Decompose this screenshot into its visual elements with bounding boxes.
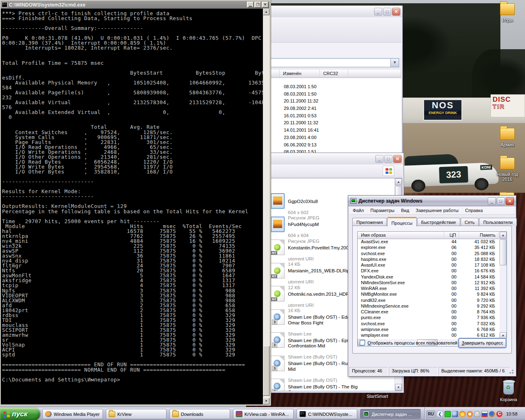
system-tray: RU ❮ 10:58	[425, 407, 525, 420]
process-row[interactable]: rundll32.exe 00 9 720 КБ	[358, 298, 500, 304]
process-row[interactable]: NMIndexStoreSvr.exe 00 12 912 КБ	[358, 280, 500, 286]
show-all-users-label[interactable]: Отображать процессы всех пользователей	[368, 340, 457, 345]
menu-item[interactable]: Вид	[398, 207, 413, 214]
menu-item[interactable]: Завершение работы	[413, 207, 462, 214]
close-button[interactable]: ✕	[262, 2, 269, 8]
task-manager-titlebar[interactable]: Диспетчер задач Windows _ □ ✕	[348, 196, 516, 206]
process-row[interactable]: CCleaner.exe 00 8 764 КБ	[358, 309, 500, 315]
taskbar-window-button[interactable]: Диспетчер задач ...	[360, 409, 421, 419]
tab[interactable]: Приложения	[352, 218, 387, 226]
process-row[interactable]: punto.exe 00 7 936 КБ	[358, 315, 500, 321]
close-button[interactable]: ✕	[506, 197, 514, 205]
process-cpu: 00	[444, 257, 459, 262]
taskbar-window-button[interactable]: KrView	[106, 409, 167, 419]
maximize-button[interactable]: □	[497, 197, 505, 205]
process-memory: 14 584 КБ	[459, 274, 498, 280]
taskbar-window-button[interactable]: Windows Media Player	[42, 409, 103, 419]
maximize-button[interactable]: □	[384, 155, 393, 163]
process-row[interactable]: AvastUI.exe 00 17 108 КБ	[358, 262, 500, 268]
file-name: Shawn Lee (Bully OST) - The Big Game	[288, 384, 358, 391]
tray-icon[interactable]	[474, 411, 480, 417]
scrollbar-thumb[interactable]	[263, 346, 269, 396]
scroll-up-icon[interactable]: ▲	[500, 232, 507, 239]
file-type-icon	[271, 240, 285, 255]
taskbar-window-button[interactable]: C:\WINDOWS\syste...	[297, 409, 357, 419]
process-memory: 11 392 КБ	[459, 286, 498, 292]
scroll-up-icon[interactable]: ▲	[395, 178, 402, 185]
tray-icon[interactable]	[482, 411, 488, 417]
close-button[interactable]: ✕	[393, 155, 402, 163]
desktop-icon-folder-partial[interactable]	[500, 192, 516, 195]
process-memory: 17 108 КБ	[459, 262, 498, 268]
tray-icon[interactable]	[496, 411, 502, 417]
cmd-titlebar[interactable]: C:\WINDOWS\system32\cmd.exe ▁ ❐ ✕	[1, 1, 269, 9]
tray-icon[interactable]	[452, 411, 458, 417]
tab[interactable]: Быстродействие	[417, 218, 460, 226]
tab[interactable]: Сеть	[461, 218, 479, 226]
tray-icon[interactable]	[445, 411, 451, 417]
console-scrollbar[interactable]: ▲ ▼	[263, 9, 269, 404]
desktop-icon-army[interactable]: Армия	[493, 128, 522, 147]
process-memory: 6 612 КБ	[459, 333, 498, 338]
scroll-up-icon[interactable]: ▲	[263, 9, 269, 15]
column-header-image-name[interactable]: Имя образа	[358, 232, 444, 239]
tab[interactable]: Пользователи	[479, 218, 517, 226]
cmd-icon	[2, 2, 7, 7]
hide-icons-chevron[interactable]: ❮	[436, 411, 443, 418]
start-button[interactable]: пуск	[0, 408, 40, 420]
minimize-button[interactable]: _	[488, 197, 496, 205]
minimize-button[interactable]: _	[375, 155, 383, 163]
show-all-users-checkbox[interactable]	[360, 340, 365, 345]
modified-date: 29.08.2002 2:41	[284, 106, 317, 111]
scroll-down-icon[interactable]: ▼	[263, 398, 269, 404]
menu-item[interactable]: Файл	[349, 207, 367, 214]
process-row[interactable]: YandexDisk.exe 00 14 584 КБ	[358, 274, 500, 280]
process-name: AvastSvc.exe	[358, 239, 444, 245]
language-indicator[interactable]: RU	[427, 411, 435, 418]
file-type-icon	[271, 332, 285, 348]
process-cpu: 00	[444, 315, 459, 321]
process-row[interactable]: explorer.exe 06 35 412 КБ	[358, 245, 500, 251]
menu-item[interactable]: Справка	[462, 207, 486, 214]
desktop-icon-recycle-bin[interactable]: Корзина	[494, 381, 523, 402]
chevron-down-icon[interactable]: ▼	[390, 59, 399, 67]
minimize-button[interactable]: ▁	[247, 2, 254, 8]
process-row[interactable]: wmiprvse.exe 00 6 768 КБ	[358, 327, 500, 333]
restore-button[interactable]: ❐	[254, 2, 261, 8]
process-row[interactable]: AvastSvc.exe 44 41 032 КБ	[358, 239, 500, 245]
menu-item[interactable]: Параметры	[367, 207, 398, 214]
process-name: wmplayer.exe	[358, 333, 444, 338]
scrollbar-thumb[interactable]	[500, 239, 507, 265]
maximize-button[interactable]: □	[383, 8, 391, 16]
desktop-icon-startsmart[interactable]: StartSmart	[363, 393, 392, 399]
desktop-icon-games[interactable]: Игры	[493, 3, 522, 23]
process-row[interactable]: DFX.exe 00 16 676 КБ	[358, 268, 500, 274]
process-row[interactable]: svchost.exe 00 7 032 КБ	[358, 321, 500, 327]
tray-icon[interactable]	[467, 411, 473, 417]
file-tile[interactable]: Shawn Lee (Bully OST) - The Big Game Sha…	[271, 379, 373, 391]
taskbar-window-button[interactable]: Downloads	[169, 409, 230, 419]
process-row[interactable]: WinRAR.exe 00 11 392 КБ	[358, 286, 500, 292]
taskbar-window-button[interactable]: KrView.cab - WinRA...	[233, 409, 294, 419]
scroll-down-icon[interactable]: ▼	[395, 384, 402, 391]
minimize-button[interactable]: _	[374, 8, 382, 16]
close-button[interactable]: ✕	[392, 8, 400, 16]
process-row[interactable]: wmplayer.exe 00 6 612 КБ	[358, 333, 500, 338]
tray-icon[interactable]	[459, 411, 466, 417]
tray-icon[interactable]	[489, 411, 495, 417]
end-process-button[interactable]: Завершить процесс	[459, 338, 506, 348]
column-header-modified[interactable]: Изменён	[280, 70, 320, 78]
process-list-vertical-scrollbar[interactable]: ▲ ▼	[500, 232, 507, 339]
desktop-icon-newyear-2016[interactable]: Новый год 2016	[493, 158, 522, 182]
column-header-cpu[interactable]: ЦП	[444, 232, 459, 239]
column-header-memory[interactable]: Память	[459, 232, 498, 239]
process-row[interactable]: NMIndexingService.exe 00 9 292 КБ	[358, 304, 500, 309]
process-row[interactable]: svchost.exe 00 25 088 КБ	[358, 251, 500, 257]
tab[interactable]: Процессы	[387, 217, 416, 226]
console-output[interactable]: ***> Press ctrl-c to finish collecting p…	[1, 9, 263, 404]
taskbar-button-icon	[236, 411, 242, 417]
process-row[interactable]: hasplms.exe 00 18 832 КБ	[358, 257, 500, 262]
resize-grip[interactable]	[509, 369, 514, 374]
process-row[interactable]: NMBgMonitor.exe 00 9 824 КБ	[358, 292, 500, 297]
column-header-crc32[interactable]: CRC32	[320, 70, 348, 78]
